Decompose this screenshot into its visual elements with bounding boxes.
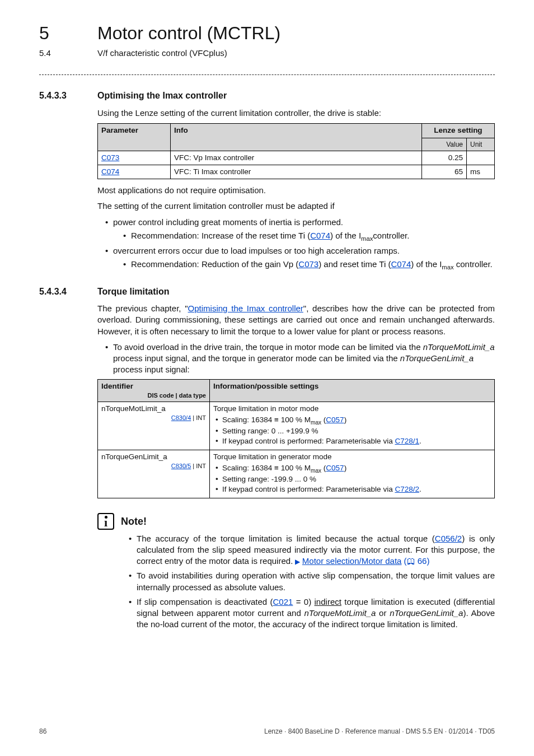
page-footer: 86 Lenze · 8400 BaseLine D · Reference m… — [39, 727, 495, 736]
subsection-number: 5.4.3.4 — [39, 286, 97, 298]
info-icon: ı — [97, 513, 114, 530]
table-cell — [467, 151, 495, 165]
table-row: nTorqueGenLimit_a C830/5 | INT Torque li… — [98, 450, 495, 498]
code-link[interactable]: C057 — [326, 464, 344, 472]
chapter-number: 5 — [39, 21, 97, 45]
param-link[interactable]: C074 — [101, 167, 119, 176]
table-header: Lenze setting — [422, 124, 495, 138]
param-link[interactable]: C074 — [391, 259, 411, 269]
cross-ref-link[interactable]: Motor selection/Motor data — [302, 556, 402, 566]
code-link[interactable]: C728/1 — [395, 437, 419, 445]
paragraph: The previous chapter, "Optimising the Im… — [97, 303, 495, 337]
arrow-icon: ▶ — [295, 558, 302, 566]
param-link[interactable]: C073 — [298, 259, 318, 269]
table-row: nTorqueMotLimit_a C830/4 | INT Torque li… — [98, 402, 495, 450]
subsection-title: Torque limitation — [97, 286, 170, 298]
paragraph: The setting of the current limitation co… — [97, 200, 495, 212]
list-item: To avoid overload in the drive train, th… — [105, 342, 495, 376]
code-link[interactable]: C830/5 — [171, 463, 191, 469]
paragraph: Using the Lenze setting of the current l… — [97, 108, 495, 119]
table-header: Parameter — [98, 124, 171, 151]
list-item: To avoid instabilities during operation … — [129, 570, 495, 593]
cross-ref-link[interactable]: Optimising the Imax controller — [188, 304, 303, 313]
subsection-number: 5.4.3.3 — [39, 90, 97, 102]
table-row: C074 VFC: Ti Imax controller 65 ms — [98, 165, 495, 179]
table-cell: 65 — [422, 165, 467, 179]
param-link[interactable]: C074 — [310, 231, 330, 240]
page-number: 86 — [39, 727, 46, 736]
code-link[interactable]: C056/2 — [435, 534, 462, 543]
table-subheader: Value — [422, 138, 467, 151]
divider — [39, 74, 495, 75]
paragraph: Most applications do not require optimis… — [97, 185, 495, 196]
table-row: C073 VFC: Vp Imax controller 0.25 — [98, 151, 495, 165]
list-item: Recommendation: Increase of the reset ti… — [123, 230, 495, 243]
table-cell: VFC: Vp Imax controller — [171, 151, 422, 165]
table-header: Identifier DIS code | data type — [98, 379, 210, 402]
footer-text: Lenze · 8400 BaseLine D · Reference manu… — [264, 727, 495, 736]
table-header: Information/possible settings — [210, 379, 495, 402]
code-link[interactable]: C057 — [326, 416, 344, 424]
list-item: If slip compensation is deactivated (C02… — [129, 596, 495, 631]
table-cell: 0.25 — [422, 151, 467, 165]
subsection-title: Optimising the Imax controller — [97, 90, 227, 102]
table-cell: VFC: Ti Imax controller — [171, 165, 422, 179]
param-link[interactable]: C073 — [101, 153, 119, 162]
code-link[interactable]: C830/4 — [171, 414, 191, 421]
list-item: power control including great moments of… — [105, 217, 495, 243]
table-cell: ms — [467, 165, 495, 179]
list-item: overcurrent errors occur due to load imp… — [105, 245, 495, 272]
table-header: Info — [171, 124, 422, 151]
note-title: Note! — [121, 515, 147, 528]
list-item: The accuracy of the torque limitation is… — [129, 533, 495, 567]
note-box: ı Note! The accuracy of the torque limit… — [97, 513, 495, 631]
identifier-table: Identifier DIS code | data type Informat… — [97, 379, 495, 498]
list-item: Recommendation: Reduction of the gain Vp… — [123, 259, 495, 272]
code-link[interactable]: C728/2 — [395, 485, 419, 493]
code-link[interactable]: C021 — [273, 597, 293, 606]
chapter-title: Motor control (MCTRL) — [97, 21, 280, 45]
section-number: 5.4 — [39, 48, 97, 59]
section-title: V/f characteristic control (VFCplus) — [97, 48, 227, 59]
table-subheader: Unit — [467, 138, 495, 151]
lenze-setting-table: Parameter Info Lenze setting Value Unit … — [97, 123, 495, 179]
